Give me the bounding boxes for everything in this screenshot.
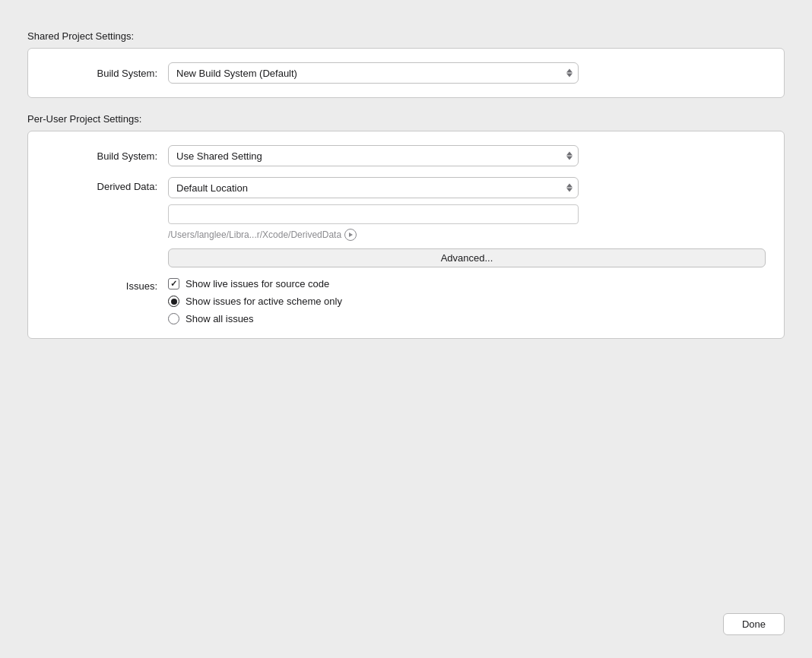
issues-label: Issues:: [46, 278, 168, 292]
shared-build-system-row: Build System: New Build System (Default)…: [46, 62, 766, 84]
footer: Done: [27, 613, 785, 635]
checkmark-icon: ✓: [170, 280, 177, 288]
show-active-scheme-option[interactable]: Show issues for active scheme only: [168, 296, 342, 307]
shared-section-label: Shared Project Settings:: [27, 30, 785, 42]
derived-data-select[interactable]: Default LocationRelativeCustom Location: [168, 177, 579, 198]
derived-data-path-input[interactable]: [168, 204, 579, 224]
show-all-issues-radio[interactable]: [168, 313, 179, 324]
per-user-section-label: Per-User Project Settings:: [27, 113, 785, 125]
per-user-build-system-select[interactable]: Use Shared SettingNew Build System (Defa…: [168, 145, 579, 166]
show-live-issues-checkbox[interactable]: ✓: [168, 278, 179, 289]
shared-build-system-select[interactable]: New Build System (Default)Legacy Build S…: [168, 62, 579, 84]
arrow-circle-inner: [349, 233, 353, 237]
per-user-build-system-row: Build System: Use Shared SettingNew Buil…: [46, 145, 766, 166]
derived-data-label: Derived Data:: [46, 177, 168, 192]
radio-selected-inner: [171, 299, 177, 305]
shared-build-system-select-wrapper: New Build System (Default)Legacy Build S…: [168, 62, 579, 84]
per-user-settings-box: Build System: Use Shared SettingNew Buil…: [27, 131, 785, 339]
derived-data-content: Default LocationRelativeCustom Location …: [168, 177, 766, 267]
advanced-button[interactable]: Advanced...: [168, 248, 766, 267]
show-live-issues-label: Show live issues for source code: [186, 278, 329, 289]
show-all-issues-label: Show all issues: [186, 313, 254, 324]
show-live-issues-option[interactable]: ✓ Show live issues for source code: [168, 278, 342, 289]
issues-row: Issues: ✓ Show live issues for source co…: [46, 278, 766, 324]
per-user-build-system-label: Build System:: [46, 150, 168, 162]
per-user-build-system-select-wrapper: Use Shared SettingNew Build System (Defa…: [168, 145, 579, 166]
arrow-circle-icon[interactable]: [344, 229, 357, 241]
issues-options: ✓ Show live issues for source code Show …: [168, 278, 342, 324]
derived-data-select-wrapper: Default LocationRelativeCustom Location: [168, 177, 579, 198]
shared-settings-box: Build System: New Build System (Default)…: [27, 48, 785, 98]
shared-build-system-label: Build System:: [46, 68, 168, 79]
derived-data-path-display: /Users/langlee/Libra...r/Xcode/DerivedDa…: [168, 229, 766, 241]
derived-data-path-text: /Users/langlee/Libra...r/Xcode/DerivedDa…: [168, 229, 341, 240]
derived-data-row: Derived Data: Default LocationRelativeCu…: [46, 177, 766, 267]
show-all-issues-option[interactable]: Show all issues: [168, 313, 342, 324]
done-button[interactable]: Done: [723, 613, 785, 635]
show-active-scheme-radio[interactable]: [168, 296, 179, 307]
show-active-scheme-label: Show issues for active scheme only: [186, 296, 342, 307]
